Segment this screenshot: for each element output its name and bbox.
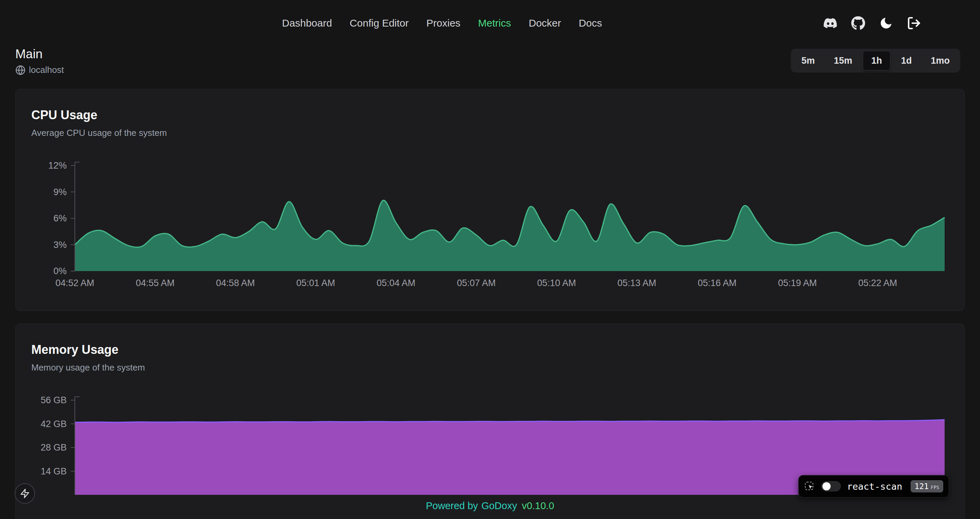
nav-item-docker[interactable]: Docker bbox=[529, 18, 561, 29]
time-range-1h[interactable]: 1h bbox=[862, 51, 891, 70]
area-stroke bbox=[75, 200, 945, 247]
x-tick-label: 04:52 AM bbox=[41, 278, 109, 289]
area-fill bbox=[75, 200, 945, 271]
y-tick-label: 14 GB bbox=[16, 466, 67, 477]
x-tick-label: 05:01 AM bbox=[282, 278, 350, 289]
y-tick-label: 12% bbox=[16, 160, 67, 171]
cpu-usage-chart[interactable]: 0%3%6%9%12%04:52 AM04:55 AM04:58 AM05:01… bbox=[16, 156, 964, 293]
lightning-bolt-icon bbox=[20, 489, 30, 498]
inspect-icon[interactable] bbox=[804, 481, 815, 492]
memory-card-title: Memory Usage bbox=[31, 342, 964, 357]
footer: Powered byGoDoxyv0.10.0 bbox=[0, 500, 980, 511]
x-tick-label: 05:10 AM bbox=[523, 278, 591, 289]
x-tick-label: 05:16 AM bbox=[683, 278, 751, 289]
memory-card-subtitle: Memory usage of the system bbox=[31, 362, 964, 373]
y-tick-label: 3% bbox=[16, 240, 67, 250]
theme-moon-icon[interactable] bbox=[878, 16, 894, 30]
y-tick-label: 9% bbox=[16, 187, 67, 198]
github-icon[interactable] bbox=[851, 16, 865, 30]
time-range-1mo[interactable]: 1mo bbox=[922, 51, 958, 70]
version-text: v0.10.0 bbox=[522, 500, 554, 511]
nav-item-config-editor[interactable]: Config Editor bbox=[350, 18, 409, 29]
host-label: localhost bbox=[29, 65, 64, 75]
subheader: Main localhost 5m15m1h1d1mo bbox=[15, 46, 965, 79]
time-range-5m[interactable]: 5m bbox=[793, 51, 823, 70]
cpu-card-title: CPU Usage bbox=[31, 108, 964, 123]
nav-item-docs[interactable]: Docs bbox=[579, 18, 602, 29]
discord-icon[interactable] bbox=[823, 16, 838, 30]
cpu-usage-card: CPU Usage Average CPU usage of the syste… bbox=[15, 89, 965, 311]
x-tick-label: 05:13 AM bbox=[603, 278, 671, 289]
y-tick-label: 56 GB bbox=[16, 395, 67, 406]
godoxy-link[interactable]: GoDoxy bbox=[482, 500, 517, 511]
x-tick-label: 05:22 AM bbox=[843, 278, 912, 289]
nav-item-dashboard[interactable]: Dashboard bbox=[282, 18, 332, 29]
react-scan-label: react-scan bbox=[847, 481, 902, 492]
x-tick-label: 05:04 AM bbox=[362, 278, 430, 289]
fps-value: 121 bbox=[915, 482, 929, 491]
react-scan-toggle[interactable] bbox=[821, 481, 841, 492]
nav-item-proxies[interactable]: Proxies bbox=[426, 18, 460, 29]
x-tick-label: 04:58 AM bbox=[202, 278, 269, 289]
time-range-15m[interactable]: 15m bbox=[825, 51, 861, 70]
y-tick-label: 0% bbox=[16, 266, 67, 276]
time-range-selector: 5m15m1h1d1mo bbox=[791, 49, 960, 72]
header-icons bbox=[823, 0, 921, 46]
nav-item-metrics[interactable]: Metrics bbox=[478, 18, 511, 29]
react-scan-widget[interactable]: react-scan 121 FPS bbox=[798, 475, 949, 498]
y-tick-label: 28 GB bbox=[16, 442, 67, 453]
quick-actions-button[interactable] bbox=[14, 483, 35, 504]
globe-icon bbox=[15, 65, 25, 75]
toggle-knob bbox=[822, 482, 830, 490]
top-header: DashboardConfig EditorProxiesMetricsDock… bbox=[0, 0, 980, 46]
cpu-card-subtitle: Average CPU usage of the system bbox=[31, 127, 964, 138]
y-tick-label: 42 GB bbox=[16, 418, 67, 430]
main-nav: DashboardConfig EditorProxiesMetricsDock… bbox=[282, 0, 602, 46]
chart-svg bbox=[16, 156, 964, 293]
x-tick-label: 05:07 AM bbox=[442, 278, 511, 289]
fps-badge: 121 FPS bbox=[911, 480, 943, 492]
time-range-1d[interactable]: 1d bbox=[892, 51, 920, 70]
fps-unit: FPS bbox=[931, 485, 939, 490]
powered-by-text: Powered by bbox=[426, 500, 478, 511]
x-tick-label: 05:19 AM bbox=[763, 278, 831, 289]
y-tick-label: 6% bbox=[16, 213, 67, 224]
x-tick-label: 04:55 AM bbox=[121, 278, 189, 289]
logout-icon[interactable] bbox=[907, 16, 921, 30]
